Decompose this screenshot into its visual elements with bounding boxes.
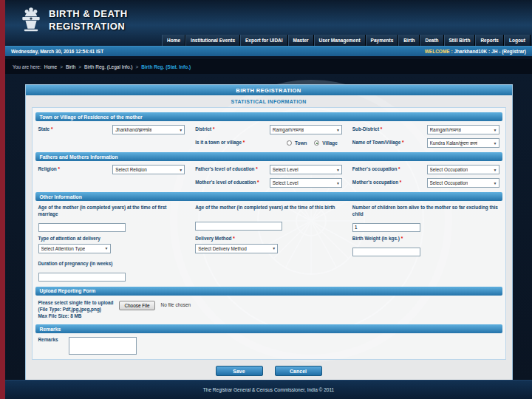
chevron-down-icon: ▼	[336, 181, 340, 185]
children-count-input[interactable]	[352, 223, 420, 232]
nav-item-home[interactable]: Home	[162, 35, 185, 46]
father-education-label: Father's level of education *	[195, 166, 266, 173]
chevron-down-icon: ▼	[272, 246, 276, 250]
town-radio[interactable]	[287, 140, 292, 146]
chevron-down-icon: ▼	[179, 168, 183, 172]
nav-item-reports[interactable]: Reports	[475, 35, 504, 46]
breadcrumb-separator: >	[60, 64, 63, 69]
section-header-upload: Upload Reporting Form	[35, 287, 502, 296]
remarks-label: Remarks	[38, 337, 58, 344]
birth-weight-input[interactable]	[352, 248, 420, 256]
delivery-method-label: Delivery Method *	[195, 236, 342, 242]
app-title-line1: BIRTH & DEATH	[49, 8, 128, 21]
mother-education-select[interactable]: Select Level ▼	[270, 178, 342, 188]
cancel-button[interactable]: Cancel	[275, 366, 322, 376]
age-first-marriage-label: Age of the mother (in completed years) a…	[38, 205, 185, 217]
mother-education-label: Mother's level of education *	[195, 180, 266, 186]
choose-file-button[interactable]: Choose File	[119, 301, 154, 310]
app-window: BIRTH & DEATH REGISTRATION Home Institut…	[5, 0, 532, 399]
breadcrumb-legal-info[interactable]: Birth Reg. (Legal Info.)	[84, 64, 132, 69]
religion-label: Religion *	[38, 166, 109, 173]
nav-item-payments[interactable]: Payments	[366, 35, 399, 46]
town-name-label: Name of Town/Village *	[352, 140, 423, 146]
section-header-residence: Town or Village of Residence of the moth…	[35, 112, 502, 121]
chevron-down-icon: ▼	[494, 141, 497, 146]
attention-type-select[interactable]: Select Attention Type ▼	[38, 244, 111, 253]
status-bar: Wednesday, March 30, 2016 12:54:41 IST W…	[5, 46, 532, 56]
father-education-select[interactable]: Select Level ▼	[270, 165, 342, 174]
form-panel: BIRTH REGISTRATION STATISTICAL INFORMATI…	[25, 84, 513, 380]
no-file-chosen-text: No file chosen	[161, 302, 191, 307]
nav-item-user-management[interactable]: User Management	[314, 35, 366, 46]
brand: BIRTH & DEATH REGISTRATION	[5, 0, 532, 36]
mother-occupation-select[interactable]: Select Occupation ▼	[427, 178, 499, 188]
breadcrumb: You are here: Home > Birth > Birth Reg. …	[5, 56, 532, 74]
chevron-down-icon: ▼	[179, 128, 183, 132]
town-village-label: Is it a town or village *	[195, 140, 283, 146]
section-header-remarks: Remarks	[35, 324, 502, 333]
attention-type-label: Type of attention at delivery	[38, 236, 185, 242]
mother-occupation-label: Mother's occupation *	[352, 180, 423, 186]
ashoka-emblem-icon	[20, 5, 42, 36]
chevron-down-icon: ▼	[494, 128, 497, 132]
section-header-other: Other Information	[35, 192, 502, 201]
section-header-parents: Fathers and Mothers Information	[35, 152, 502, 161]
subdistrict-select[interactable]: Ramgarh/रामगढ़ ▼	[427, 125, 499, 134]
town-name-select[interactable]: Kundra Kalan/कुंदरा कलां ▼	[427, 138, 499, 148]
welcome-label: WELCOME :	[425, 49, 453, 54]
state-select[interactable]: Jharkhand/झारखंड ▼	[112, 125, 185, 134]
town-radio-label: Town	[295, 140, 307, 146]
chevron-down-icon: ▼	[336, 128, 340, 132]
age-this-birth-input[interactable]	[195, 222, 282, 231]
left-accent-strip	[0, 0, 5, 399]
page-content: BIRTH REGISTRATION STATISTICAL INFORMATI…	[5, 74, 532, 380]
breadcrumb-stat-info: Birth Reg. (Stat. Info.)	[141, 64, 191, 69]
breadcrumb-home[interactable]: Home	[44, 64, 57, 69]
nav-item-birth[interactable]: Birth	[398, 35, 420, 46]
subdistrict-label: Sub-District *	[352, 126, 423, 133]
nav-item-logout[interactable]: Logout	[504, 35, 531, 46]
form-title: BIRTH REGISTRATION	[26, 85, 512, 95]
children-count-label: Number of children born alive to the mot…	[352, 205, 499, 217]
chevron-down-icon: ▼	[494, 168, 497, 172]
birth-weight-label: Birth Weight (in kgs.) *	[352, 236, 499, 242]
district-label: District *	[195, 126, 266, 133]
state-label: State *	[38, 126, 109, 133]
main-nav: Home Institutional Events Export for UID…	[162, 35, 531, 46]
nav-item-still-birth[interactable]: Still Birth	[444, 35, 476, 46]
age-first-marriage-input[interactable]	[38, 223, 126, 232]
form-subtitle: STATISTICAL INFORMATION	[26, 99, 512, 104]
footer-text: The Registrar General & Census Commissio…	[203, 387, 334, 392]
nav-item-master[interactable]: Master	[288, 35, 314, 46]
breadcrumb-separator: >	[136, 64, 139, 69]
app-header: BIRTH & DEATH REGISTRATION Home Institut…	[5, 0, 532, 46]
app-title-line2: REGISTRATION	[49, 21, 128, 33]
father-occupation-label: Father's occupation *	[352, 166, 423, 173]
religion-select[interactable]: Select Religion ▼	[112, 165, 185, 174]
breadcrumb-separator: >	[78, 64, 81, 69]
chevron-down-icon: ▼	[494, 181, 497, 185]
breadcrumb-birth[interactable]: Birth	[66, 64, 75, 69]
nav-item-death[interactable]: Death	[420, 35, 443, 46]
app-title: BIRTH & DEATH REGISTRATION	[49, 8, 128, 33]
nav-item-institutional-events[interactable]: Institutional Events	[185, 35, 240, 46]
delivery-method-select[interactable]: Select Delivery Method ▼	[195, 244, 278, 253]
remarks-textarea[interactable]	[69, 337, 137, 355]
form-actions: Save Cancel	[26, 366, 512, 376]
district-select[interactable]: Ramgarh/रामगढ़ ▼	[270, 125, 342, 134]
welcome-user: Jharkhand10K : JH - (Registrar)	[454, 49, 526, 54]
town-village-radio-group: Town Village	[287, 140, 342, 146]
save-button[interactable]: Save	[216, 366, 263, 376]
form-box: Town or Village of Residence of the moth…	[32, 107, 506, 360]
nav-item-export-uidai[interactable]: Export for UIDAI	[240, 35, 288, 46]
chevron-down-icon: ▼	[105, 246, 109, 250]
village-radio-label: Village	[322, 140, 338, 146]
pregnancy-duration-label: Duration of pregnancy (in weeks)	[38, 261, 185, 267]
upload-instructions: Please select single file to upload (Fil…	[38, 299, 114, 320]
breadcrumb-prefix: You are here:	[13, 64, 41, 69]
chevron-down-icon: ▼	[336, 168, 340, 172]
father-occupation-select[interactable]: Select Occupation ▼	[427, 165, 499, 174]
pregnancy-duration-input[interactable]	[38, 273, 126, 282]
village-radio[interactable]	[314, 140, 319, 146]
age-this-birth-label: Age of the mother (in completed years) a…	[195, 205, 342, 216]
